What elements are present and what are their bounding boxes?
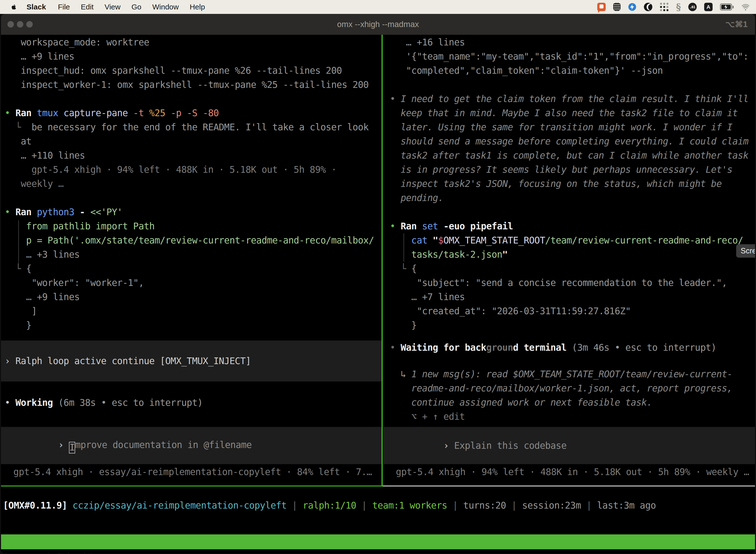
- text-segment: ": [502, 249, 508, 260]
- text-segment: … +9 lines: [5, 51, 74, 62]
- prompt-input-right[interactable]: › Explain this codebase: [383, 427, 755, 464]
- text-segment: •: [5, 397, 15, 408]
- text-segment: inspect_hud: omx sparkshell --tmux-pane …: [5, 65, 342, 76]
- terminal-line: }: [390, 318, 755, 332]
- terminal-line: continue assigned work or next feasible …: [390, 395, 755, 409]
- menu-item-help[interactable]: Help: [190, 3, 205, 11]
- tmux-pane-divider[interactable]: [381, 35, 383, 487]
- keyboard-layout-icon[interactable]: A: [704, 3, 712, 11]
- terminal-line: later. Using the same for transition mig…: [390, 120, 755, 134]
- menu-item-edit[interactable]: Edit: [81, 3, 94, 11]
- text-segment: last:3m ago: [597, 500, 656, 511]
- percent-badge-icon[interactable]: ..61: [688, 3, 697, 11]
- grid-shield-icon[interactable]: [613, 3, 621, 11]
- terminal-line: cat "$OMX_TEAM_STATE_ROOT/team/review-cu…: [390, 233, 755, 247]
- terminal-line: '{"team_name":"my-team","task_id":"1","f…: [390, 49, 755, 63]
- terminal-line: ↳ 1 new msg(s): read $OMX_TEAM_STATE_ROO…: [390, 367, 755, 381]
- text-segment: |: [287, 500, 303, 511]
- text-segment: ↳: [390, 369, 411, 380]
- mailbox-message-lines: ↳ 1 new msg(s): read $OMX_TEAM_STATE_ROO…: [383, 367, 755, 424]
- text-segment: -t: [133, 108, 149, 118]
- text-segment: "subject": "send a concise recommendatio…: [390, 277, 727, 288]
- contrast-icon[interactable]: [644, 3, 652, 11]
- text-segment: |: [356, 500, 372, 511]
- text-segment: inspect_worker-1: omx sparkshell --tmux-…: [5, 79, 369, 90]
- apple-menu-icon[interactable]: [10, 3, 17, 11]
- menu-items: FileEditViewGoWindowHelp: [47, 3, 205, 11]
- text-segment: •: [5, 108, 15, 118]
- waiting-status-text: • Waiting for background terminal (3m 46…: [390, 340, 755, 355]
- text-segment: "completed","claim_token":"claim-token"}…: [390, 65, 663, 76]
- text-segment: -S: [187, 108, 203, 118]
- text-segment: … +7 lines: [390, 292, 465, 302]
- terminal-line: ⌥ + ↑ edit: [390, 409, 755, 424]
- terminal-line: inspect_worker-1: omx sparkshell --tmux-…: [5, 78, 381, 92]
- screen-record-indicator-icon[interactable]: [597, 3, 606, 11]
- text-segment: Ran: [15, 207, 37, 217]
- terminal-line: … +9 lines: [5, 49, 381, 63]
- text-segment: capture-pane: [63, 108, 133, 118]
- terminal-line: • Ran tmux capture-pane -t %25 -p -S -80: [5, 106, 381, 120]
- text-segment: Waiting for back: [400, 342, 486, 353]
- text-segment: ›: [5, 356, 15, 366]
- terminal-line: inspect task2's JSON, focusing on the st…: [390, 177, 755, 191]
- wifi-icon[interactable]: [741, 3, 750, 11]
- text-segment: cczip/essay/ai-reimplementation-copyleft: [73, 500, 287, 511]
- terminal-line: at: [5, 134, 381, 149]
- terminal-line: tasks/task-2.json": [390, 247, 755, 262]
- menu-item-file[interactable]: File: [58, 3, 70, 11]
- text-segment: … +110 lines: [5, 150, 85, 161]
- terminal-line: from pathlib import Path: [5, 219, 381, 233]
- text-segment: Ran: [400, 221, 422, 232]
- terminal-line: … +16 lines: [390, 35, 755, 49]
- sync-icon[interactable]: [628, 3, 636, 11]
- terminal-line: workspace_mode: worktree: [5, 35, 381, 49]
- text-segment: readme-and-reco/mailbox/worker-1.json, a…: [390, 383, 733, 394]
- text-segment: … +9 lines: [5, 292, 80, 302]
- battery-nub: [733, 6, 734, 8]
- text-segment: workspace_mode: worktree: [5, 37, 149, 48]
- menu-item-window[interactable]: Window: [152, 3, 179, 11]
- terminal-pane-left: workspace_mode: worktree … +9 lines insp…: [1, 35, 381, 486]
- text-segment: }: [5, 320, 32, 331]
- text-segment: $: [438, 235, 443, 246]
- app-grid-icon[interactable]: [660, 2, 669, 11]
- text-segment: be necessary for the end of the README. …: [32, 122, 369, 132]
- text-segment: ⌥ + ↑ edit: [390, 411, 465, 422]
- menu-app-name[interactable]: Slack: [26, 3, 46, 11]
- text-segment: |: [581, 500, 597, 511]
- indent-guide: [18, 220, 19, 263]
- text-segment: … +16 lines: [390, 37, 465, 48]
- text-segment: •: [390, 94, 400, 104]
- text-segment: is in progress? It seems likely but perh…: [390, 164, 733, 175]
- prompt-placeholder: mprove documentation in @filename: [75, 440, 252, 450]
- waiting-status-row: • Waiting for background terminal (3m 46…: [383, 340, 755, 355]
- battery-icon[interactable]: [720, 3, 734, 10]
- model-status-line-left: gpt-5.4 xhigh · essay/ai-reimplementatio…: [13, 465, 372, 479]
- terminal-line: • I need to get the claim token from the…: [390, 92, 755, 106]
- text-segment: [67, 500, 73, 511]
- menu-item-view[interactable]: View: [105, 3, 120, 11]
- indent-guide: [403, 233, 404, 262]
- menu-item-go[interactable]: Go: [131, 3, 141, 11]
- macos-menu-bar: Slack FileEditViewGoWindowHelp § ..61 A: [0, 0, 756, 14]
- apple-logo-glyph: [10, 3, 17, 11]
- text-segment: should send a message before completing …: [390, 136, 749, 147]
- ralph-inject-banner-text: › Ralph loop active continue [OMX_TMUX_I…: [5, 354, 251, 368]
- prompt-placeholder: Explain this codebase: [454, 440, 567, 451]
- keyboard-layout-letter: A: [706, 4, 710, 10]
- prompt-input-left[interactable]: › Improve documentation in @filename: [1, 427, 381, 464]
- text-segment: … +3 lines: [5, 249, 80, 260]
- menu-status-icons: § ..61 A: [597, 2, 756, 11]
- terminal-line: └ {: [5, 262, 381, 276]
- text-segment: at: [5, 136, 32, 147]
- text-segment: set: [422, 221, 443, 232]
- window-title-bar[interactable]: omx --xhigh --madmax ⌥⌘1: [1, 14, 755, 35]
- text-segment: |: [447, 500, 463, 511]
- text-segment: (3m 46s • esc to interrupt): [567, 342, 716, 353]
- text-segment: }: [390, 320, 417, 331]
- terminal-line: gpt-5.4 xhigh · 94% left · 488K in · 5.1…: [5, 163, 381, 177]
- wifi-glyph: [741, 3, 750, 11]
- terminal-line: … +9 lines: [5, 290, 381, 304]
- squiggle-icon[interactable]: §: [676, 3, 681, 11]
